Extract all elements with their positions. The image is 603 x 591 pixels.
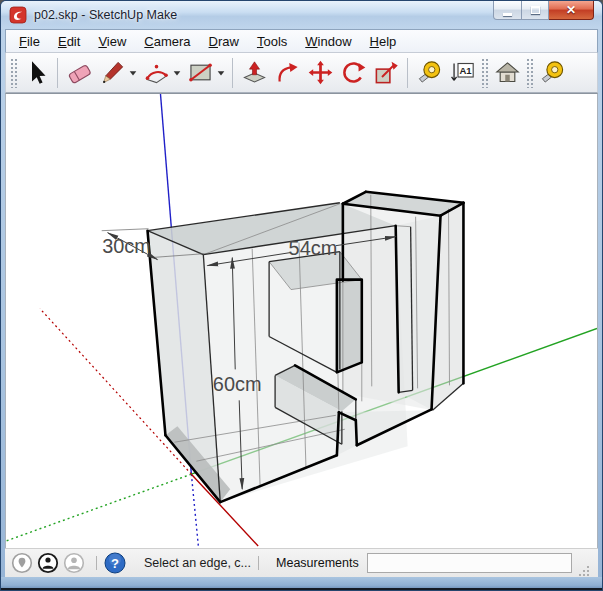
sketchup-logo-icon xyxy=(9,6,27,24)
toolbar-separator xyxy=(57,58,58,88)
line-tool-button[interactable] xyxy=(96,56,128,90)
minimize-button[interactable] xyxy=(493,1,522,20)
home-toolbar-button[interactable] xyxy=(491,56,523,90)
measurements-label: Measurements xyxy=(276,556,359,570)
followme-icon xyxy=(274,59,301,86)
window-controls: ✕ xyxy=(493,1,594,20)
line-icon xyxy=(99,59,126,86)
resize-grip[interactable] xyxy=(578,565,590,577)
dimension-label-54cm: 54cm xyxy=(289,237,338,259)
blue-axis-negative xyxy=(191,474,198,546)
scale-tool-button[interactable] xyxy=(370,56,402,90)
menu-tools[interactable]: Tools xyxy=(248,31,296,52)
tape-measure-tool-button-2[interactable] xyxy=(536,56,568,90)
arc-icon xyxy=(143,59,170,86)
tape-measure-icon xyxy=(539,59,566,86)
toolbar: A1 xyxy=(5,53,598,93)
rectangle-tool-button[interactable] xyxy=(184,56,216,90)
attribution-icon[interactable] xyxy=(37,552,59,574)
pushpull-icon xyxy=(241,59,268,86)
menu-bar: File Edit View Camera Draw Tools Window … xyxy=(5,29,598,53)
eraser-icon xyxy=(66,59,93,86)
line-tool-dropdown[interactable] xyxy=(126,56,139,90)
dimension-label-60cm: 60cm xyxy=(213,373,262,395)
3d-canvas[interactable]: 30cm 54cm 60cm xyxy=(6,94,597,548)
maximize-icon xyxy=(531,6,540,14)
menu-view[interactable]: View xyxy=(89,31,135,52)
measurements-input[interactable] xyxy=(367,553,572,573)
rectangle-tool-dropdown[interactable] xyxy=(214,56,227,90)
status-bar: ? Select an edge, c... Measurements xyxy=(5,548,598,577)
select-icon xyxy=(23,59,50,86)
minimize-icon xyxy=(503,13,512,16)
arc-tool-button[interactable] xyxy=(140,56,172,90)
tape-measure-tool-button[interactable] xyxy=(413,56,445,90)
window-title: p02.skp - SketchUp Make xyxy=(34,8,177,22)
dimension-label-30cm: 30cm xyxy=(102,235,151,257)
arc-tool-dropdown[interactable] xyxy=(170,56,183,90)
house-icon xyxy=(494,59,521,86)
text-icon: A1 xyxy=(449,59,476,86)
toolbar-separator xyxy=(407,58,408,88)
followme-tool-button[interactable] xyxy=(271,56,303,90)
scale-icon xyxy=(373,59,400,86)
help-icon[interactable]: ? xyxy=(104,552,126,574)
menu-camera[interactable]: Camera xyxy=(135,31,199,52)
move-icon xyxy=(307,59,334,86)
move-tool-button[interactable] xyxy=(304,56,336,90)
toolbar-separator xyxy=(232,58,233,88)
menu-file[interactable]: File xyxy=(10,31,49,52)
close-icon: ✕ xyxy=(566,4,576,16)
text-tool-glyph: A1 xyxy=(459,65,472,76)
rotate-tool-button[interactable] xyxy=(337,56,369,90)
chevron-down-icon xyxy=(128,68,138,78)
eraser-tool-button[interactable] xyxy=(63,56,95,90)
chevron-down-icon xyxy=(172,68,182,78)
title-bar[interactable]: p02.skp - SketchUp Make ✕ xyxy=(1,1,602,29)
toolbar-grip[interactable] xyxy=(526,58,533,88)
toolbar-grip[interactable] xyxy=(481,58,488,88)
window-frame-bottom xyxy=(1,577,602,591)
menu-edit[interactable]: Edit xyxy=(49,31,89,52)
toolbar-grip[interactable] xyxy=(10,58,17,88)
close-button[interactable]: ✕ xyxy=(549,1,594,20)
geolocation-icon[interactable] xyxy=(11,552,33,574)
green-axis-negative xyxy=(6,474,191,541)
help-glyph: ? xyxy=(111,556,119,571)
menu-draw[interactable]: Draw xyxy=(200,31,248,52)
signin-icon[interactable] xyxy=(63,552,85,574)
rotate-icon xyxy=(340,59,367,86)
status-separator xyxy=(258,556,259,570)
model-viewport[interactable]: 30cm 54cm 60cm xyxy=(5,93,598,548)
menu-help[interactable]: Help xyxy=(361,31,406,52)
pushpull-tool-button[interactable] xyxy=(238,56,270,90)
tape-measure-icon xyxy=(416,59,443,86)
menu-window[interactable]: Window xyxy=(296,31,360,52)
rectangle-icon xyxy=(187,59,214,86)
chevron-down-icon xyxy=(216,68,226,78)
select-tool-button[interactable] xyxy=(20,56,52,90)
maximize-button[interactable] xyxy=(522,1,549,20)
sketchup-window: p02.skp - SketchUp Make ✕ File Edit View… xyxy=(0,0,603,591)
text-tool-button[interactable]: A1 xyxy=(446,56,478,90)
status-tip-text: Select an edge, c... xyxy=(144,556,251,570)
status-separator xyxy=(96,556,97,570)
